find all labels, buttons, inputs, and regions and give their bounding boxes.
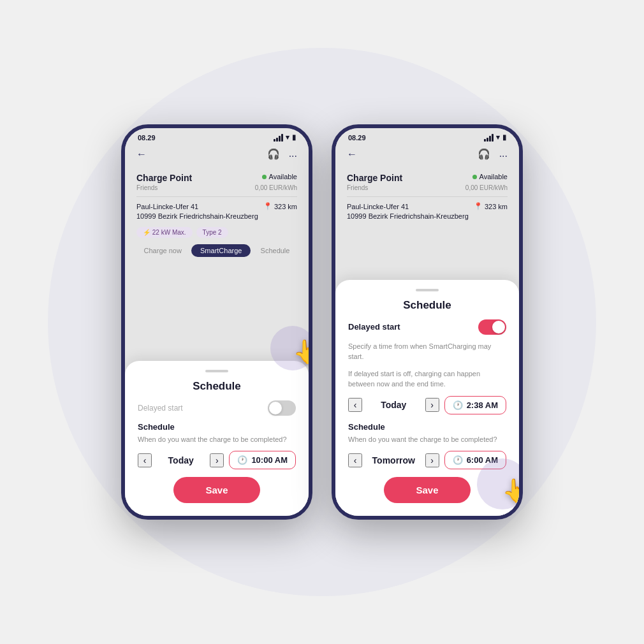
tab-smartcharge-left[interactable]: SmartCharge bbox=[191, 244, 251, 257]
distance-left: 📍 323 km bbox=[263, 202, 297, 210]
background-circle: 08.29 ▾ ▮ ← 🎧 ... bbox=[48, 48, 596, 596]
tab-charge-now-left[interactable]: Charge now bbox=[139, 244, 187, 257]
nav-tabs-left: Charge now SmartCharge Schedule bbox=[136, 244, 297, 257]
schedule-description-right: When do you want the charge to be comple… bbox=[348, 434, 506, 445]
time-label-left: 10:00 AM bbox=[251, 455, 288, 465]
back-button-left[interactable]: ← bbox=[136, 149, 147, 160]
day-end-next-right[interactable]: › bbox=[425, 453, 439, 467]
tab-schedule-left[interactable]: Schedule bbox=[256, 244, 295, 257]
sheet-handle-left bbox=[205, 370, 228, 372]
day-start-next-right[interactable]: › bbox=[425, 398, 439, 412]
support-icon-left[interactable]: 🎧 bbox=[267, 148, 280, 160]
pin-icon-left: 📍 bbox=[263, 202, 272, 210]
bottom-sheet-left: Schedule Delayed start Schedule When do … bbox=[125, 361, 309, 516]
day-end-selector-right: ‹ Tomorrow › bbox=[348, 453, 439, 467]
delayed-start-desc2-right: If delayed start is off, charging can ha… bbox=[348, 369, 506, 390]
address-row-right: Paul-Lincke-Ufer 41 10999 Bezirk Friedri… bbox=[347, 202, 508, 222]
status-icons-right: ▾ ▮ bbox=[484, 133, 506, 142]
day-selector-left: ‹ Today › bbox=[138, 453, 224, 467]
time-right: 08.29 bbox=[348, 134, 366, 142]
header-icons-right-left: 🎧 ... bbox=[267, 148, 297, 160]
charge-point-price-right: 0,00 EUR/kWh bbox=[465, 184, 508, 191]
delayed-start-desc1-right: Specify a time from when SmartCharging m… bbox=[348, 341, 506, 362]
delayed-start-toggle-right[interactable] bbox=[478, 319, 506, 335]
clock-icon-left: 🕐 bbox=[237, 455, 247, 465]
address-row-left: Paul-Lincke-Ufer 41 10999 Bezirk Friedri… bbox=[136, 202, 297, 222]
sheet-title-left: Schedule bbox=[138, 380, 296, 393]
day-end-label-right: Tomorrow bbox=[369, 455, 419, 465]
wifi-icon-right: ▾ bbox=[496, 133, 500, 142]
distance-right: 📍 323 km bbox=[474, 202, 508, 210]
header-icons-right-right: 🎧 ... bbox=[478, 148, 508, 160]
delayed-start-row-left: Delayed start bbox=[138, 400, 296, 416]
time-start-label-right: 2:38 AM bbox=[467, 400, 498, 410]
charge-point-subtitle-left: Friends bbox=[136, 184, 157, 191]
app-header-right: ← 🎧 ... bbox=[335, 144, 519, 166]
available-badge-right: Available bbox=[472, 173, 508, 180]
day-prev-left[interactable]: ‹ bbox=[138, 453, 152, 467]
status-icons-left: ▾ ▮ bbox=[274, 133, 296, 142]
phone-right: 08.29 ▾ ▮ ← 🎧 ... bbox=[332, 124, 523, 520]
clock-start-icon-right: 🕐 bbox=[453, 400, 463, 410]
save-button-right[interactable]: Save bbox=[384, 477, 470, 503]
schedule-section-label-right: Schedule bbox=[348, 422, 506, 432]
divider-right bbox=[347, 196, 508, 197]
day-next-left[interactable]: › bbox=[210, 453, 224, 467]
phone-left: 08.29 ▾ ▮ ← 🎧 ... bbox=[121, 124, 312, 520]
status-bar-right: 08.29 ▾ ▮ bbox=[335, 128, 519, 144]
charge-point-title-left: Charge Point bbox=[136, 173, 192, 183]
purple-circle-right bbox=[477, 458, 523, 509]
charge-point-subtitle-right: Friends bbox=[347, 184, 368, 191]
battery-icon-left: ▮ bbox=[292, 133, 296, 142]
delayed-start-label-left: Delayed start bbox=[138, 404, 183, 413]
charge-point-price-left: 0,00 EUR/kWh bbox=[255, 184, 297, 191]
save-button-left[interactable]: Save bbox=[173, 477, 260, 503]
end-selector-row-right: ‹ Tomorrow › 🕐 6:00 AM bbox=[348, 451, 506, 469]
available-dot-left bbox=[262, 175, 267, 179]
available-badge-left: Available bbox=[262, 173, 297, 180]
toggle-knob-right bbox=[492, 321, 505, 333]
delayed-start-label-right: Delayed start bbox=[348, 322, 400, 332]
day-end-prev-right[interactable]: ‹ bbox=[348, 453, 362, 467]
wifi-icon-left: ▾ bbox=[286, 133, 289, 142]
delayed-start-row-right: Delayed start bbox=[348, 319, 506, 335]
day-start-prev-right[interactable]: ‹ bbox=[348, 398, 362, 412]
status-bar-left: 08.29 ▾ ▮ bbox=[125, 128, 309, 144]
schedule-description-left: When do you want the charge to be comple… bbox=[138, 434, 296, 445]
tag1-left: ⚡ 22 kW Max. bbox=[136, 227, 193, 238]
available-dot-right bbox=[472, 175, 477, 179]
address-text-right: Paul-Lincke-Ufer 41 10999 Bezirk Friedri… bbox=[347, 202, 469, 222]
support-icon-right[interactable]: 🎧 bbox=[478, 148, 490, 160]
app-header-left: ← 🎧 ... bbox=[125, 144, 309, 166]
time-left: 08.29 bbox=[138, 134, 156, 142]
charge-point-title-right: Charge Point bbox=[347, 173, 402, 183]
sheet-handle-right bbox=[416, 289, 439, 291]
day-label-left: Today bbox=[158, 455, 203, 465]
time-start-selector-right[interactable]: 🕐 2:38 AM bbox=[444, 396, 506, 414]
divider-left bbox=[136, 196, 297, 197]
selector-row-left: ‹ Today › 🕐 10:00 AM bbox=[138, 451, 296, 469]
delayed-start-toggle-left[interactable] bbox=[268, 400, 296, 416]
day-start-label-right: Today bbox=[369, 400, 419, 410]
purple-circle-left bbox=[270, 326, 312, 370]
sheet-title-right: Schedule bbox=[348, 299, 506, 312]
signal-icon-left bbox=[274, 134, 283, 142]
more-icon-left[interactable]: ... bbox=[289, 148, 297, 160]
address-text-left: Paul-Lincke-Ufer 41 10999 Bezirk Friedri… bbox=[136, 202, 258, 222]
toggle-knob-left bbox=[269, 402, 282, 414]
time-selector-left[interactable]: 🕐 10:00 AM bbox=[229, 451, 296, 469]
schedule-section-label-left: Schedule bbox=[138, 422, 296, 432]
battery-icon-right: ▮ bbox=[502, 133, 506, 142]
tags-row-left: ⚡ 22 kW Max. Type 2 bbox=[136, 227, 297, 238]
clock-end-icon-right: 🕐 bbox=[453, 455, 463, 465]
more-icon-right[interactable]: ... bbox=[499, 148, 508, 160]
pin-icon-right: 📍 bbox=[474, 202, 483, 210]
day-start-selector-right: ‹ Today › bbox=[348, 398, 439, 412]
phones-container: 08.29 ▾ ▮ ← 🎧 ... bbox=[121, 124, 523, 520]
signal-icon-right bbox=[484, 134, 494, 142]
tag2-left: Type 2 bbox=[196, 227, 228, 238]
back-button-right[interactable]: ← bbox=[347, 149, 357, 160]
start-selector-row-right: ‹ Today › 🕐 2:38 AM bbox=[348, 396, 506, 414]
